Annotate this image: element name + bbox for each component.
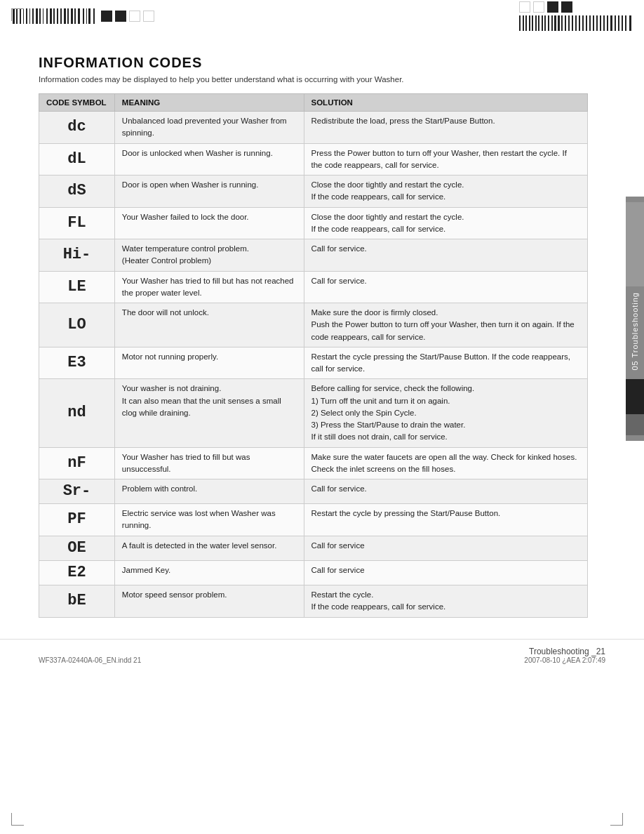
meaning-cell: Unbalanced load prevented your Washer fr… <box>114 112 304 144</box>
table-row: PFElectric service was lost when Washer … <box>39 504 588 536</box>
code-symbol-text: LE <box>46 279 107 296</box>
code-symbol-cell: dL <box>39 143 115 176</box>
meaning-cell: Electric service was lost when Washer wa… <box>114 504 304 536</box>
table-row: bEMotor speed sensor problem.Restart the… <box>39 585 588 618</box>
square-1 <box>101 11 112 22</box>
solution-cell: Before calling for service, check the fo… <box>304 379 588 447</box>
solution-cell: Call for service. <box>304 239 588 272</box>
solution-cell: Call for service. <box>304 271 588 303</box>
solution-cell: Close the door tightly and restart the c… <box>304 176 588 208</box>
square-r1 <box>519 1 530 13</box>
header-squares-right <box>519 1 631 13</box>
side-tab-gray-top <box>626 202 644 286</box>
side-tab: 05 Troubleshooting <box>626 197 644 441</box>
solution-cell: Press the Power button to turn off your … <box>304 143 588 176</box>
table-row: OEA fault is detected in the water level… <box>39 536 588 560</box>
header-squares-left <box>101 11 154 22</box>
code-symbol-text: dL <box>46 151 107 168</box>
meaning-cell: Water temperature control problem.(Heate… <box>114 239 304 272</box>
square-r4 <box>561 1 572 13</box>
side-tab-gray-bottom <box>626 414 644 435</box>
header-left <box>13 8 154 24</box>
page-label-text: Troubleshooting _21 <box>529 647 605 656</box>
code-symbol-text: nd <box>46 404 107 421</box>
meaning-cell: Jammed Key. <box>114 560 304 585</box>
table-header-row: CODE SYMBOL MEANING SOLUTION <box>39 94 588 112</box>
code-symbol-cell: Sr- <box>39 479 115 504</box>
meaning-cell: Door is open when Washer is running. <box>114 176 304 208</box>
meaning-cell: Your Washer failed to lock the door. <box>114 207 304 239</box>
solution-cell: Restart the cycle.If the code reappears,… <box>304 585 588 618</box>
meaning-cell: Motor speed sensor problem. <box>114 585 304 618</box>
square-3 <box>129 11 140 22</box>
footer-file-info: WF337A-02440A-06_EN.indd 21 <box>39 656 141 664</box>
code-symbol-cell: E2 <box>39 560 115 585</box>
table-row: Sr-Problem with control.Call for service… <box>39 479 588 504</box>
code-symbol-text: nF <box>46 455 107 472</box>
solution-cell: Call for service <box>304 536 588 560</box>
meaning-cell: A fault is detected in the water level s… <box>114 536 304 560</box>
code-symbol-cell: nF <box>39 447 115 479</box>
header-right <box>519 1 631 31</box>
code-symbol-text: bE <box>46 593 107 609</box>
col-header-solution: SOLUTION <box>304 94 588 112</box>
table-row: E3Motor not running properly.Restart the… <box>39 347 588 379</box>
code-symbol-cell: LO <box>39 303 115 348</box>
square-r3 <box>547 1 558 13</box>
code-symbol-cell: dS <box>39 176 115 208</box>
table-row: Hi-Water temperature control problem.(He… <box>39 239 588 272</box>
square-2 <box>115 11 126 22</box>
code-symbol-cell: FL <box>39 207 115 239</box>
meaning-cell: Problem with control. <box>114 479 304 504</box>
code-symbol-text: dc <box>46 119 107 135</box>
main-content: INFORMATION CODES Information codes may … <box>0 27 644 632</box>
corner-mark-bottom-left <box>11 813 24 826</box>
code-symbol-text: E3 <box>46 355 107 371</box>
code-symbol-cell: nd <box>39 379 115 447</box>
code-symbol-cell: Hi- <box>39 239 115 272</box>
code-symbol-text: OE <box>46 540 107 557</box>
code-symbol-text: LO <box>46 317 107 333</box>
code-symbol-text: PF <box>46 511 107 528</box>
solution-cell: Make sure the water faucets are open all… <box>304 447 588 479</box>
table-row: FLYour Washer failed to lock the door.Cl… <box>39 207 588 239</box>
side-tab-label: 05 Troubleshooting <box>631 286 639 376</box>
square-4 <box>143 11 154 22</box>
code-symbol-cell: dc <box>39 112 115 144</box>
footer: WF337A-02440A-06_EN.indd 21 Troubleshoot… <box>0 639 644 668</box>
table-row: dcUnbalanced load prevented your Washer … <box>39 112 588 144</box>
corner-mark-top-left <box>11 8 24 21</box>
table-row: dSDoor is open when Washer is running.Cl… <box>39 176 588 208</box>
col-header-meaning: MEANING <box>114 94 304 112</box>
solution-cell: Call for service. <box>304 479 588 504</box>
table-row: E2Jammed Key.Call for service <box>39 560 588 585</box>
code-symbol-text: E2 <box>46 564 107 581</box>
solution-cell: Call for service <box>304 560 588 585</box>
footer-date: 2007-08-10 ¿AEA 2:07:49 <box>524 656 605 664</box>
meaning-cell: Your Washer has tried to fill but has no… <box>114 271 304 303</box>
solution-cell: Restart the cycle pressing the Start/Pau… <box>304 347 588 379</box>
code-symbol-cell: OE <box>39 536 115 560</box>
barcode-left <box>13 8 97 24</box>
code-symbol-text: Hi- <box>46 246 107 263</box>
page-label: Troubleshooting _21 <box>529 647 605 656</box>
code-symbol-text: FL <box>46 215 107 232</box>
table-row: nFYour Washer has tried to fill but was … <box>39 447 588 479</box>
col-header-code: CODE SYMBOL <box>39 94 115 112</box>
solution-cell: Make sure the door is firmly closed.Push… <box>304 303 588 348</box>
code-symbol-cell: LE <box>39 271 115 303</box>
barcode-right <box>519 15 631 31</box>
table-row: LEYour Washer has tried to fill but has … <box>39 271 588 303</box>
code-symbol-cell: E3 <box>39 347 115 379</box>
meaning-cell: Door is unlocked when Washer is running. <box>114 143 304 176</box>
meaning-cell: Your Washer has tried to fill but was un… <box>114 447 304 479</box>
corner-mark-bottom-right <box>610 813 623 826</box>
footer-file-name: WF337A-02440A-06_EN.indd 21 <box>39 656 141 664</box>
intro-text: Information codes may be displayed to he… <box>39 75 588 84</box>
table-row: ndYour washer is not draining.It can als… <box>39 379 588 447</box>
meaning-cell: Your washer is not draining.It can also … <box>114 379 304 447</box>
code-symbol-text: dS <box>46 183 107 199</box>
header-bar <box>0 0 644 27</box>
code-symbol-cell: PF <box>39 504 115 536</box>
info-codes-table: CODE SYMBOL MEANING SOLUTION dcUnbalance… <box>39 93 588 618</box>
